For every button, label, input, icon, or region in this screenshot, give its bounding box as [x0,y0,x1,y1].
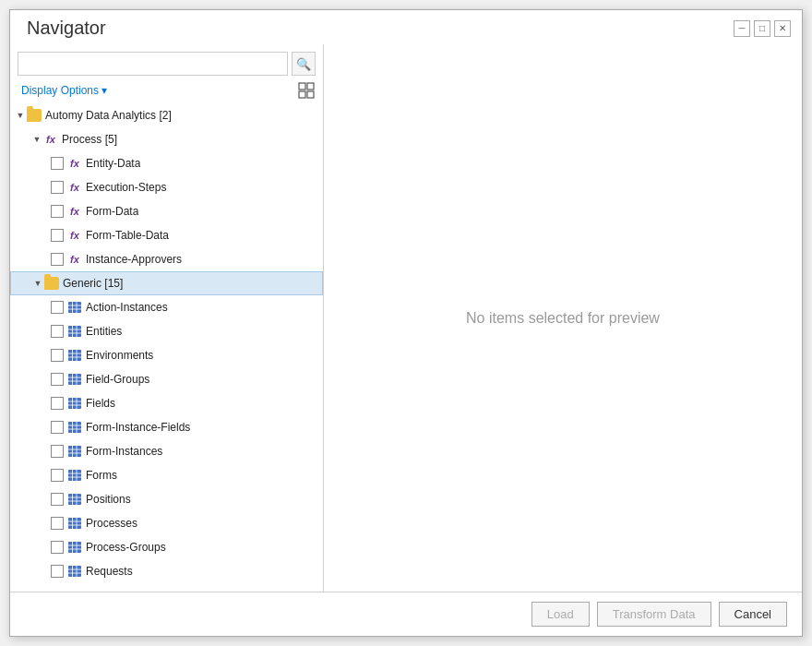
table-icon [67,325,82,338]
checkbox-processes[interactable] [51,517,64,530]
checkbox-environments[interactable] [51,349,64,362]
folder-icon-generic [44,277,59,290]
tree-toggle-process[interactable]: ▼ [30,133,43,146]
tree-label-action-instances: Action-Instances [86,301,168,314]
search-input[interactable] [18,52,288,76]
svg-rect-44 [68,494,81,505]
tree-label-entities: Entities [86,325,122,338]
tree-node-forms[interactable]: Forms [10,463,323,487]
checkbox-form-data[interactable] [51,205,64,218]
footer: Load Transform Data Cancel [10,592,802,636]
table-icon [67,349,82,362]
checkbox-form-instances[interactable] [51,445,64,458]
checkbox-form-table-data[interactable] [51,229,64,242]
transform-data-button[interactable]: Transform Data [597,602,711,627]
tree-label-instance-approvers: Instance-Approvers [86,253,182,266]
display-options-button[interactable]: Display Options ▾ [18,82,111,99]
tree-label-execution-steps: Execution-Steps [86,181,166,194]
fx-icon: fx [67,205,82,218]
checkbox-instance-approvers[interactable] [51,253,64,266]
tree-node-environments[interactable]: Environments [10,343,323,367]
checkbox-requests[interactable] [51,565,64,578]
minimize-button[interactable]: ─ [734,20,750,37]
title-bar: Navigator ─ □ ✕ [10,10,802,44]
checkbox-process-groups[interactable] [51,541,64,554]
checkbox-form-instance-fields[interactable] [51,421,64,434]
table-icon [67,397,82,410]
svg-rect-1 [307,83,314,90]
tree-label-fields: Fields [86,397,115,410]
tree-label-positions: Positions [86,493,131,506]
tree-label-process: Process [5] [62,133,117,146]
tree-node-process[interactable]: ▼ fx Process [5] [10,127,323,151]
tree-label-root: Automy Data Analytics [2] [45,109,172,122]
tree-label-form-table-data: Form-Table-Data [86,229,169,242]
window-controls: ─ □ ✕ [734,20,791,37]
tree-label-entity-data: Entity-Data [86,157,140,170]
tree-node-entities[interactable]: Entities [10,319,323,343]
checkbox-forms[interactable] [51,469,64,482]
select-all-button[interactable] [297,81,316,100]
svg-rect-19 [68,374,81,385]
table-icon [67,565,82,578]
checkbox-entity-data[interactable] [51,157,64,170]
load-button[interactable]: Load [531,602,590,627]
tree-area[interactable]: ▼ Automy Data Analytics [2] ▼ fx Process… [10,103,323,592]
tree-node-positions[interactable]: Positions [10,487,323,511]
checkbox-fields[interactable] [51,397,64,410]
tree-node-process-groups[interactable]: Process-Groups [10,535,323,559]
search-button[interactable]: 🔍 [292,52,316,76]
dialog-body: 🔍 Display Options ▾ [10,44,802,592]
table-icon [67,541,82,554]
checkbox-execution-steps[interactable] [51,181,64,194]
tree-node-form-instances[interactable]: Form-Instances [10,439,323,463]
tree-toggle-root[interactable]: ▼ [14,109,27,122]
svg-rect-39 [68,470,81,481]
tree-node-root[interactable]: ▼ Automy Data Analytics [2] [10,103,323,127]
svg-rect-24 [68,398,81,409]
tree-node-form-instance-fields[interactable]: Form-Instance-Fields [10,415,323,439]
tree-node-entity-data[interactable]: fx Entity-Data [10,151,323,175]
right-panel: No items selected for preview [324,44,802,592]
svg-rect-14 [68,350,81,361]
tree-node-requests[interactable]: Requests [10,559,323,583]
tree-node-execution-steps[interactable]: fx Execution-Steps [10,175,323,199]
checkbox-positions[interactable] [51,493,64,506]
table-icon [67,493,82,506]
cancel-button[interactable]: Cancel [719,602,787,627]
tree-node-field-groups[interactable]: Field-Groups [10,367,323,391]
navigator-dialog: Navigator ─ □ ✕ 🔍 [9,9,803,637]
folder-icon [27,109,42,122]
display-options-label: Display Options [21,84,99,97]
tree-toggle-generic[interactable]: ▼ [31,277,44,290]
tree-node-form-data[interactable]: fx Form-Data [10,199,323,223]
checkbox-entities[interactable] [51,325,64,338]
tree-label-field-groups: Field-Groups [86,373,149,386]
preview-empty-message: No items selected for preview [466,310,660,327]
search-icon: 🔍 [296,57,311,71]
table-icon [67,301,82,314]
tree-node-processes[interactable]: Processes [10,511,323,535]
toolbar-row: Display Options ▾ [10,79,323,103]
tree-node-instance-approvers[interactable]: fx Instance-Approvers [10,247,323,271]
tree-node-form-table-data[interactable]: fx Form-Table-Data [10,223,323,247]
svg-rect-4 [68,302,81,313]
table-icon [67,469,82,482]
svg-rect-54 [68,542,81,553]
tree-node-generic[interactable]: ▼ Generic [15] [10,271,323,295]
svg-rect-0 [299,83,305,90]
table-icon [67,373,82,386]
tree-node-fields[interactable]: Fields [10,391,323,415]
tree-node-action-instances[interactable]: Action-Instances [10,295,323,319]
dropdown-arrow-icon: ▾ [102,84,107,97]
search-bar: 🔍 [10,44,323,79]
fx-icon: fx [67,229,82,242]
maximize-button[interactable]: □ [754,20,770,37]
tree-label-form-data: Form-Data [86,205,138,218]
close-button[interactable]: ✕ [774,20,791,37]
fx-icon: fx [67,253,82,266]
svg-rect-3 [307,91,314,98]
checkbox-action-instances[interactable] [51,301,64,314]
tree-label-form-instance-fields: Form-Instance-Fields [86,421,190,434]
checkbox-field-groups[interactable] [51,373,64,386]
